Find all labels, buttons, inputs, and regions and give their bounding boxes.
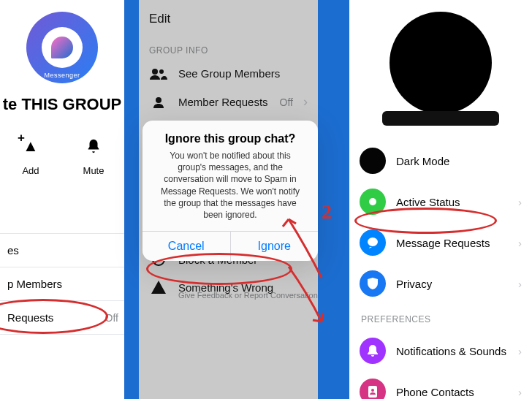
modal-body: You won't be notified about this group's…	[156, 150, 305, 221]
add-person-icon: +▲	[16, 132, 45, 161]
left-row-members[interactable]: p Members	[0, 267, 124, 300]
row-active-status[interactable]: Active Status ›	[349, 181, 532, 222]
profile-avatar[interactable]	[390, 12, 492, 114]
group-title: te THIS GROUP	[0, 95, 124, 114]
chat-icon	[360, 229, 386, 256]
svg-point-14	[371, 389, 374, 392]
add-button[interactable]: +▲ Add	[16, 132, 45, 176]
chevron-right-icon: ›	[518, 196, 522, 208]
row-privacy[interactable]: Privacy ›	[349, 263, 532, 304]
requests-value: Off	[105, 312, 118, 324]
bell-icon	[79, 132, 108, 161]
modal-title: Ignore this group chat?	[156, 132, 305, 145]
chevron-right-icon: ›	[518, 237, 522, 249]
group-avatar-wrap: Messenger	[0, 0, 124, 83]
messenger-icon	[42, 27, 83, 68]
redacted-name	[382, 111, 499, 126]
section-preferences: PREFERENCES	[349, 304, 532, 330]
shield-icon	[360, 270, 386, 297]
ignore-button[interactable]: Ignore	[231, 232, 319, 261]
left-list: es p Members Requests Off	[0, 233, 124, 335]
chevron-right-icon: ›	[518, 345, 522, 357]
chevron-right-icon: ›	[518, 278, 522, 290]
group-avatar[interactable]: Messenger	[26, 12, 98, 83]
row-message-requests[interactable]: Message Requests ›	[349, 222, 532, 263]
moon-icon	[360, 148, 386, 174]
row-dark-mode[interactable]: Dark Mode	[349, 140, 532, 181]
action-row: +▲ Add Mute	[0, 132, 124, 176]
bell-icon	[360, 338, 386, 364]
svg-point-11	[369, 198, 376, 205]
left-panel: Messenger te THIS GROUP +▲ Add Mute es p…	[0, 0, 124, 399]
left-row-1[interactable]: es	[0, 234, 124, 267]
chevron-right-icon: ›	[518, 386, 522, 398]
mute-button[interactable]: Mute	[79, 132, 108, 176]
add-label: Add	[22, 165, 39, 176]
right-panel: Dark Mode Active Status › Message Reques…	[349, 0, 532, 399]
active-dot-icon	[360, 189, 386, 215]
svg-point-12	[368, 238, 378, 246]
cancel-button[interactable]: Cancel	[142, 232, 231, 261]
avatar-caption: Messenger	[44, 72, 80, 79]
mute-label: Mute	[83, 165, 104, 176]
row-notifications[interactable]: Notifications & Sounds ›	[349, 330, 532, 371]
ignore-modal: Ignore this group chat? You won't be not…	[142, 121, 318, 261]
contacts-icon	[360, 379, 386, 399]
row-phone-contacts[interactable]: Phone Contacts ›	[349, 371, 532, 399]
left-row-requests[interactable]: Requests Off	[0, 301, 124, 334]
